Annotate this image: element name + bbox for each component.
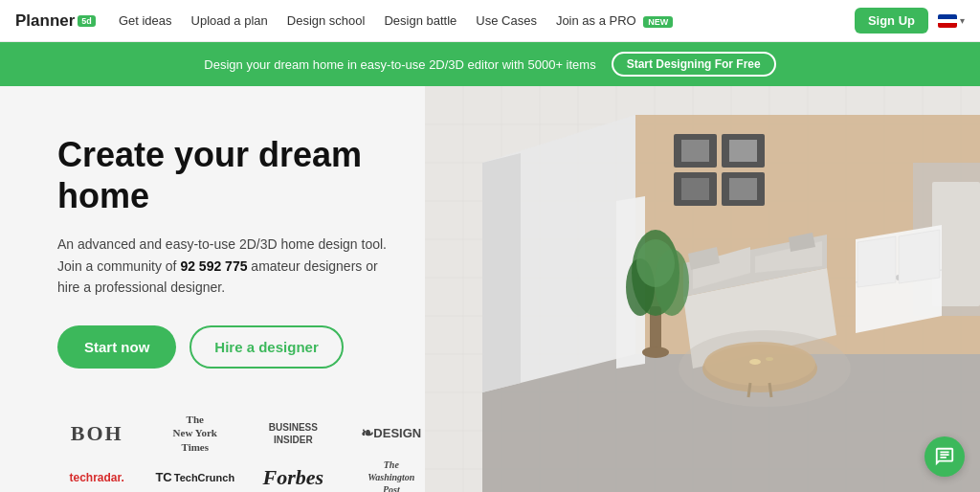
hero-room-image — [425, 86, 980, 492]
nav-design-school[interactable]: Design school — [287, 13, 366, 28]
hero-title: Create your dream home — [57, 134, 431, 216]
nav-design-battle[interactable]: Design battle — [384, 13, 457, 28]
chevron-down-icon: ▾ — [960, 15, 965, 26]
nav-use-cases[interactable]: Use Cases — [476, 13, 537, 28]
promo-banner: Design your dream home in easy-to-use 2D… — [0, 42, 980, 86]
svg-rect-34 — [681, 140, 709, 162]
hero-content: Create your dream home An advanced and e… — [0, 86, 479, 492]
flag-icon — [938, 14, 957, 28]
svg-rect-38 — [681, 178, 709, 200]
svg-point-62 — [679, 330, 851, 407]
banner-text: Design your dream home in easy-to-use 2D… — [204, 57, 595, 72]
banner-cta-button[interactable]: Start Designing For Free — [612, 52, 776, 77]
hero-buttons: Start now Hire a designer — [57, 325, 431, 369]
press-logo-idesign: ❧DESIGN — [352, 416, 431, 451]
logo-text: Planner — [15, 11, 75, 31]
svg-marker-28 — [482, 153, 521, 392]
press-logo-bi: BUSINESSINSIDER — [254, 416, 332, 451]
press-logo-boh: BOH — [57, 416, 136, 451]
chat-button[interactable] — [924, 436, 965, 477]
nav-links: Get ideas Upload a plan Design school De… — [119, 13, 855, 28]
signup-button[interactable]: Sign Up — [855, 8, 928, 34]
svg-point-64 — [766, 357, 773, 361]
svg-point-63 — [749, 359, 761, 365]
svg-marker-61 — [899, 230, 940, 283]
press-logo-wp: TheWashingtonPost — [352, 460, 431, 492]
svg-rect-40 — [729, 178, 757, 200]
press-logo-nyt: TheNew YorkTimes — [155, 416, 234, 451]
nav-join-pro[interactable]: Join as a PRO NEW — [556, 13, 673, 28]
svg-marker-60 — [858, 236, 896, 287]
language-selector[interactable]: ▾ — [938, 14, 965, 28]
logo[interactable]: Planner 5d — [15, 11, 96, 31]
hire-designer-button[interactable]: Hire a designer — [189, 325, 343, 369]
press-logo-forbes: Forbes — [254, 460, 332, 492]
chat-icon — [934, 446, 955, 467]
press-logo-techradar: techradar. — [57, 460, 136, 492]
room-scene-svg — [425, 86, 980, 492]
hero-description: An advanced and easy-to-use 2D/3D home d… — [57, 234, 402, 298]
svg-point-56 — [636, 239, 675, 287]
nav-upload-plan[interactable]: Upload a plan — [191, 13, 268, 28]
nav-get-ideas[interactable]: Get ideas — [119, 13, 172, 28]
navbar: Planner 5d Get ideas Upload a plan Desig… — [0, 0, 980, 42]
start-now-button[interactable]: Start now — [57, 325, 176, 369]
pro-new-badge: NEW — [643, 16, 673, 28]
press-logo-techcrunch: TC TechCrunch — [155, 460, 234, 492]
hero-section: Create your dream home An advanced and e… — [0, 86, 980, 492]
logo-badge: 5d — [78, 15, 96, 27]
svg-point-52 — [642, 347, 669, 358]
svg-rect-36 — [729, 140, 757, 162]
press-logos: BOH TheNew YorkTimes BUSINESSINSIDER ❧DE… — [57, 416, 431, 492]
community-count: 92 592 775 — [180, 258, 247, 274]
nav-right: Sign Up ▾ — [855, 8, 965, 34]
